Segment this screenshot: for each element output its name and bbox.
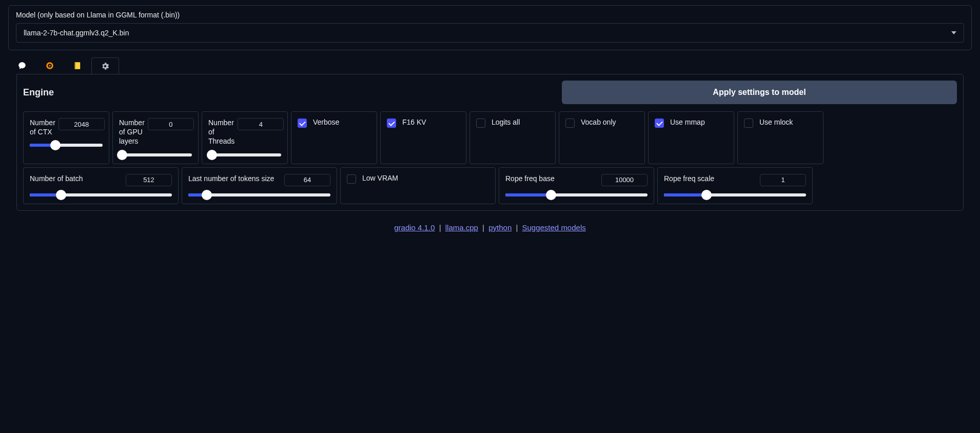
last-tokens-label: Last number of tokens size	[188, 174, 274, 183]
model-selected-value: llama-2-7b-chat.ggmlv3.q2_K.bin	[24, 29, 129, 37]
logits-all-label: Logits all	[492, 118, 520, 126]
tab-settings[interactable]	[91, 57, 119, 74]
footer-link-llamacpp[interactable]: llama.cpp	[445, 223, 478, 232]
last-tokens-input[interactable]	[284, 174, 330, 186]
footer-link-python[interactable]: python	[488, 223, 512, 232]
footer: gradio 4.1.0 | llama.cpp | python | Sugg…	[0, 223, 980, 232]
chat-bubble-icon	[17, 61, 27, 70]
n-batch-cell: Number of batch	[23, 167, 179, 204]
use-mlock-label: Use mlock	[759, 118, 793, 126]
rope-base-input[interactable]	[601, 174, 648, 186]
n-ctx-cell: Number of CTX	[23, 111, 109, 164]
vocab-only-cell: Vocab only	[559, 111, 645, 164]
use-mmap-cell: Use mmap	[648, 111, 734, 164]
rope-scale-label: Rope freq scale	[664, 174, 714, 183]
rope-scale-cell: Rope freq scale	[657, 167, 813, 204]
n-batch-label: Number of batch	[30, 174, 83, 183]
tab-bar	[8, 57, 972, 74]
use-mlock-cell: Use mlock	[737, 111, 824, 164]
gear-icon	[101, 62, 110, 71]
footer-sep: |	[516, 223, 518, 232]
notebook-icon	[73, 61, 82, 70]
low-vram-checkbox[interactable]	[347, 174, 356, 184]
tab-chat[interactable]	[8, 57, 36, 74]
n-threads-input[interactable]	[238, 118, 284, 130]
logits-all-cell: Logits all	[469, 111, 556, 164]
n-gpu-slider[interactable]	[119, 153, 192, 156]
use-mmap-label: Use mmap	[670, 118, 705, 126]
f16-kv-checkbox[interactable]	[387, 119, 396, 128]
engine-title: Engine	[23, 87, 54, 98]
verbose-checkbox[interactable]	[298, 119, 307, 128]
n-threads-cell: Number of Threads	[202, 111, 288, 164]
engine-header-row: Engine Apply settings to model	[23, 81, 957, 104]
footer-sep: |	[482, 223, 484, 232]
n-threads-label: Number of Threads	[208, 118, 234, 146]
svg-point-2	[49, 65, 51, 67]
settings-row-2: Number of batch Last number of tokens si…	[23, 167, 957, 204]
rope-base-label: Rope freq base	[505, 174, 555, 183]
verbose-cell: Verbose	[291, 111, 377, 164]
rope-scale-slider[interactable]	[664, 193, 806, 196]
apply-settings-button[interactable]: Apply settings to model	[562, 81, 957, 104]
model-dropdown[interactable]: llama-2-7b-chat.ggmlv3.q2_K.bin	[16, 23, 964, 43]
footer-link-suggested[interactable]: Suggested models	[522, 223, 585, 232]
target-icon	[45, 61, 54, 70]
settings-row-1: Number of CTX Number of GPU layers	[23, 111, 957, 164]
rope-base-slider[interactable]	[505, 193, 648, 196]
n-gpu-input[interactable]	[148, 118, 194, 130]
model-label: Model (only based on Llama in GGML forma…	[16, 11, 964, 19]
tab-notes[interactable]	[64, 57, 91, 74]
last-tokens-slider[interactable]	[188, 193, 330, 196]
verbose-label: Verbose	[313, 118, 339, 126]
tab-generate[interactable]	[36, 57, 64, 74]
model-panel: Model (only based on Llama in GGML forma…	[8, 5, 972, 50]
n-gpu-cell: Number of GPU layers	[112, 111, 199, 164]
chevron-down-icon	[951, 31, 956, 34]
use-mlock-checkbox[interactable]	[744, 119, 753, 128]
tabs-container: Engine Apply settings to model Number of…	[8, 57, 972, 211]
rope-base-cell: Rope freq base	[499, 167, 654, 204]
n-ctx-label: Number of CTX	[30, 118, 55, 136]
logits-all-checkbox[interactable]	[476, 119, 485, 128]
footer-link-gradio[interactable]: gradio 4.1.0	[394, 223, 435, 232]
f16-kv-cell: F16 KV	[380, 111, 466, 164]
settings-grid: Number of CTX Number of GPU layers	[23, 111, 957, 204]
settings-panel: Engine Apply settings to model Number of…	[16, 74, 964, 211]
use-mmap-checkbox[interactable]	[655, 119, 664, 128]
n-threads-slider[interactable]	[208, 153, 281, 156]
last-tokens-cell: Last number of tokens size	[182, 167, 337, 204]
vocab-only-checkbox[interactable]	[565, 119, 575, 128]
n-ctx-input[interactable]	[58, 118, 105, 130]
vocab-only-label: Vocab only	[581, 118, 616, 126]
svg-rect-4	[75, 62, 76, 69]
n-ctx-slider[interactable]	[30, 144, 103, 147]
f16-kv-label: F16 KV	[402, 118, 426, 126]
footer-sep: |	[439, 223, 441, 232]
n-batch-slider[interactable]	[30, 193, 172, 196]
n-batch-input[interactable]	[126, 174, 172, 186]
rope-scale-input[interactable]	[760, 174, 806, 186]
low-vram-cell: Low VRAM	[340, 167, 496, 204]
n-gpu-label: Number of GPU layers	[119, 118, 145, 146]
low-vram-label: Low VRAM	[362, 174, 398, 182]
